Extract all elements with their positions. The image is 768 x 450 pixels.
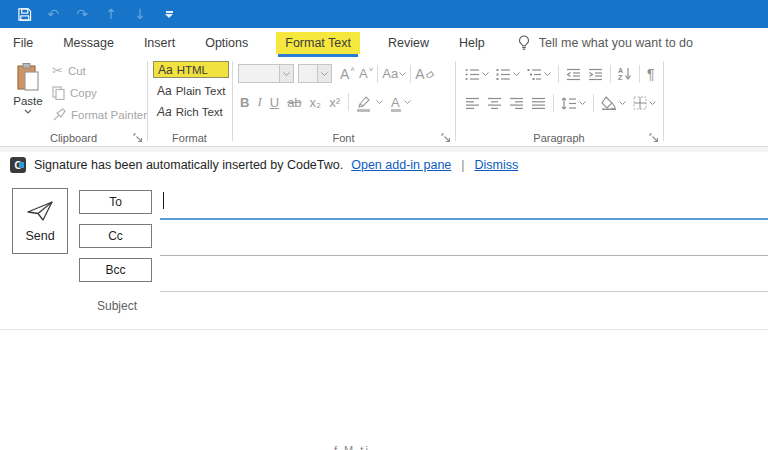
format-painter-label: Format Painter	[71, 109, 147, 121]
format-painter-button[interactable]: Format Painter	[52, 107, 147, 122]
tab-options[interactable]: Options	[203, 31, 250, 55]
clear-formatting-glyph: A	[415, 66, 424, 82]
paragraph-group-label: Paragraph	[455, 132, 663, 144]
text-highlight-color-button[interactable]	[357, 95, 383, 109]
superscript-button[interactable]: x²	[329, 95, 340, 110]
to-button[interactable]: To	[79, 190, 152, 214]
format-rich-text-label: Rich Text	[176, 106, 223, 118]
italic-button[interactable]: I	[257, 94, 261, 110]
font-group: A˄ A˅ Aa A B I U ab	[232, 57, 455, 147]
chevron-down-icon	[279, 65, 293, 82]
show-paragraph-marks-button[interactable]: ¶	[647, 66, 655, 82]
borders-button[interactable]	[633, 96, 656, 110]
font-group-label: Font	[232, 132, 455, 144]
underline-button[interactable]: U	[270, 95, 279, 110]
bcc-field[interactable]	[160, 291, 768, 292]
aa-sample: Aa	[157, 84, 172, 98]
chevron-down-icon	[24, 109, 32, 114]
clipboard-group: Paste ✂ Cut Copy	[0, 57, 147, 147]
paste-button[interactable]: Paste	[8, 62, 48, 138]
format-group-label: Format	[147, 132, 232, 144]
move-up-icon[interactable]: ↑	[103, 6, 119, 22]
increase-indent-button[interactable]	[588, 68, 603, 81]
grow-font-glyph: A	[340, 66, 349, 82]
separator	[610, 65, 611, 83]
font-color-glyph: A	[391, 95, 400, 110]
format-plain-text-label: Plain Text	[176, 85, 226, 97]
decrease-indent-button[interactable]	[566, 68, 581, 81]
quick-access-toolbar: ↶ ↷ ↑ ↓	[0, 6, 177, 22]
to-field[interactable]	[160, 218, 768, 220]
separator	[639, 65, 640, 83]
copy-icon	[52, 86, 65, 100]
sort-z: Z	[618, 74, 623, 81]
cut-button[interactable]: ✂ Cut	[52, 63, 147, 78]
clipboard-dialog-launcher-icon[interactable]	[133, 133, 143, 143]
tab-format-text[interactable]: Format Text	[276, 32, 360, 54]
tell-me-box[interactable]: Tell me what you want to do	[517, 35, 693, 51]
format-plain-text-button[interactable]: Aa Plain Text	[153, 82, 229, 99]
bold-button[interactable]: B	[240, 95, 249, 110]
numbered-list-button[interactable]	[496, 68, 520, 81]
cc-button[interactable]: Cc	[79, 224, 152, 248]
send-button[interactable]: Send	[12, 188, 68, 254]
font-dialog-launcher-icon[interactable]	[441, 133, 451, 143]
subject-label: Subject	[97, 299, 137, 313]
subscript-button[interactable]: x₂	[310, 95, 322, 110]
scissors-icon: ✂	[52, 63, 63, 78]
cc-field[interactable]	[160, 255, 768, 256]
tab-review[interactable]: Review	[386, 31, 431, 55]
title-bar: ↶ ↷ ↑ ↓	[0, 0, 768, 28]
format-html-button[interactable]: Aa HTML	[153, 61, 229, 78]
open-addin-pane-link[interactable]: Open add-in pane	[351, 158, 451, 172]
font-size-combobox[interactable]	[298, 64, 332, 83]
separator	[348, 93, 349, 111]
clear-formatting-button[interactable]: A	[415, 66, 433, 82]
align-center-button[interactable]	[487, 97, 502, 110]
customize-quick-access-icon[interactable]	[161, 6, 177, 22]
paragraph-dialog-launcher-icon[interactable]	[649, 133, 659, 143]
shading-button[interactable]	[601, 96, 626, 110]
chevron-down-icon	[317, 65, 331, 82]
font-name-combobox[interactable]	[238, 64, 294, 83]
sort-a: A	[618, 67, 623, 74]
copy-button[interactable]: Copy	[52, 85, 147, 100]
bcc-button[interactable]: Bcc	[79, 258, 152, 282]
strikethrough-button[interactable]: ab	[287, 95, 301, 110]
styles-group: AaBbCcl ¶ Normal AaB ¶ No	[663, 57, 768, 147]
grow-font-button[interactable]: A˄	[340, 66, 355, 82]
ribbon: Paste ✂ Cut Copy	[0, 57, 768, 147]
justify-button[interactable]	[531, 97, 546, 110]
codetwo-logo-icon: C	[10, 157, 26, 173]
change-case-button[interactable]: Aa	[382, 66, 406, 81]
aa-sample: Aa	[158, 63, 173, 77]
clipped-body-text: f M ti	[334, 444, 370, 450]
paste-label: Paste	[13, 95, 42, 107]
multilevel-list-button[interactable]	[527, 68, 551, 81]
save-icon[interactable]	[16, 6, 32, 22]
format-rich-text-button[interactable]: Aa Rich Text	[153, 103, 229, 120]
align-left-button[interactable]	[465, 97, 480, 110]
dismiss-link[interactable]: Dismiss	[475, 158, 519, 172]
line-spacing-button[interactable]	[561, 97, 586, 110]
lightbulb-icon	[517, 35, 531, 51]
font-color-button[interactable]: A	[391, 95, 411, 110]
notification-text: Signature has been automatically inserte…	[34, 158, 343, 172]
shrink-font-button[interactable]: A˅	[359, 66, 373, 81]
tab-message[interactable]: Message	[61, 31, 116, 55]
redo-icon[interactable]: ↷	[74, 6, 90, 22]
send-label: Send	[25, 229, 54, 243]
move-down-icon[interactable]: ↓	[132, 6, 148, 22]
message-body-area[interactable]	[0, 330, 768, 450]
tell-me-label: Tell me what you want to do	[539, 36, 693, 50]
codetwo-notification-bar: C Signature has been automatically inser…	[0, 153, 768, 177]
tab-insert[interactable]: Insert	[142, 31, 177, 55]
undo-icon[interactable]: ↶	[45, 6, 61, 22]
align-right-button[interactable]	[509, 97, 524, 110]
tab-file[interactable]: File	[11, 31, 35, 55]
tab-help[interactable]: Help	[457, 31, 487, 55]
bullet-list-button[interactable]	[465, 68, 489, 81]
shrink-font-glyph: A	[359, 66, 368, 81]
change-case-glyph: Aa	[382, 66, 398, 81]
sort-button[interactable]: AZ	[618, 67, 632, 81]
